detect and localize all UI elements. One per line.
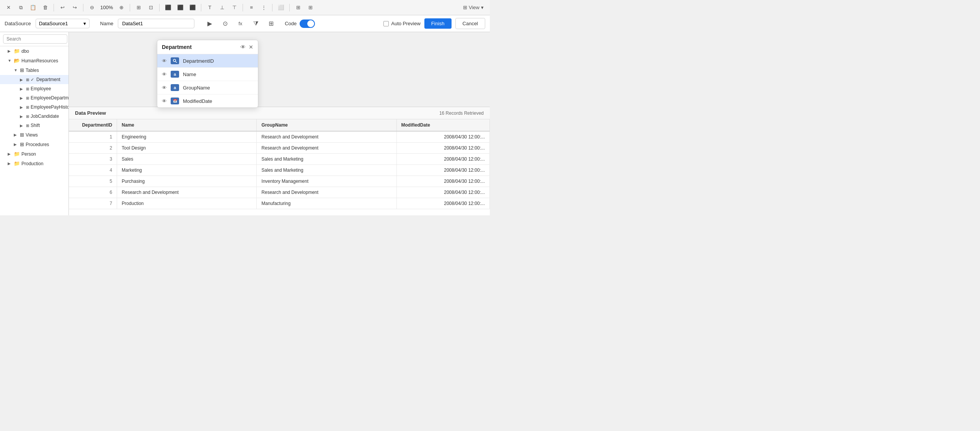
table-row: 5 Purchasing Inventory Management 2008/0… [69, 176, 490, 187]
baseline-button[interactable]: ⊤ [229, 2, 240, 13]
code-label: Code [285, 21, 297, 26]
sidebar-item-employeedepthistory[interactable]: ▶ ⊞ EmployeeDepartmentHistory [0, 93, 68, 102]
dept-field-row[interactable]: 👁 DepartmentID [157, 54, 258, 68]
table-icon: ⊞ [26, 124, 29, 128]
arrow-icon: ▶ [20, 78, 24, 82]
close-icon[interactable]: ✕ [249, 44, 253, 50]
redo-button[interactable]: ↪ [69, 2, 80, 13]
sidebar-item-department[interactable]: ▶ ⊞ ✓ Department [0, 75, 68, 84]
eye-icon: 👁 [162, 98, 167, 104]
main-content: 🔍 ⓘ ▶ 📁 dbo ▼ 📂 HumanResources ▼ ⊞ Table… [0, 32, 490, 215]
toggle-button[interactable]: ⊙ [219, 18, 231, 30]
sidebar-item-procedures[interactable]: ▶ ⊞ Procedures [0, 140, 68, 149]
paste-button[interactable]: 📋 [28, 2, 38, 13]
sidebar-item-humanresources[interactable]: ▼ 📂 HumanResources [0, 56, 68, 65]
view-button[interactable]: ⊞ View ▾ [460, 3, 487, 12]
filter-button[interactable]: ⧩ [249, 18, 262, 30]
table-row: 2 Tool Design Research and Development 2… [69, 143, 490, 154]
cell-id: 4 [69, 165, 117, 176]
text-button[interactable]: T [204, 2, 215, 13]
arrow-icon: ▼ [14, 68, 18, 72]
dept-field-row[interactable]: 👁 a Name [157, 68, 258, 81]
align-left-button[interactable]: ⬛ [163, 2, 173, 13]
resize-button[interactable]: ⊞ [293, 2, 303, 13]
cell-date: 2008/04/30 12:00:... [396, 131, 489, 143]
data-area: Department 👁 ✕ 👁 DepartmentID 👁 a [69, 32, 490, 215]
frame-button[interactable]: ⬜ [276, 2, 286, 13]
sidebar-item-employeepayhistory[interactable]: ▶ ⊞ EmployeePayHistory [0, 102, 68, 112]
copy-button[interactable]: ⧉ [15, 2, 26, 13]
eye-icon: 👁 [162, 85, 167, 91]
layout-button1[interactable]: ⊞ [133, 2, 144, 13]
svg-point-0 [173, 59, 176, 62]
sidebar-item-person[interactable]: ▶ 📁 Person [0, 149, 68, 159]
toggle-knob [307, 20, 314, 27]
sep6 [243, 4, 243, 11]
cell-name: Sales [117, 154, 257, 165]
arrow-icon: ▼ [8, 59, 12, 63]
align-right-button[interactable]: ⬛ [187, 2, 198, 13]
sidebar-item-shift[interactable]: ▶ ⊞ Shift [0, 121, 68, 130]
key-type-icon [171, 57, 179, 64]
layout-button2[interactable]: ⊡ [145, 2, 156, 13]
svg-line-1 [176, 62, 177, 63]
valign-button[interactable]: ⊥ [217, 2, 227, 13]
sidebar-item-tables[interactable]: ▼ ⊞ Tables [0, 65, 68, 75]
cell-id: 7 [69, 198, 117, 209]
datasource-select[interactable]: DataSource1 ▾ [36, 19, 90, 28]
cell-group: Research and Development [257, 187, 396, 198]
cols-button[interactable]: ⋮ [258, 2, 269, 13]
cancel-button[interactable]: Cancel [455, 18, 485, 29]
cell-date: 2008/04/30 12:00:... [396, 165, 489, 176]
code-toggle[interactable] [300, 20, 315, 28]
play-button[interactable]: ▶ [204, 18, 216, 30]
dept-field-row[interactable]: 👁 📅 ModifiedDate [157, 94, 258, 107]
zoom-out-button[interactable]: ⊖ [86, 2, 97, 13]
delete-button[interactable]: 🗑 [40, 2, 51, 13]
sidebar-item-views[interactable]: ▶ ⊞ Views [0, 130, 68, 140]
table-group-icon: ⊞ [20, 141, 24, 147]
formula-button[interactable]: fx [234, 18, 246, 30]
close-button[interactable]: ✕ [3, 2, 14, 13]
grid-button[interactable]: ⊞ [265, 18, 277, 30]
a-type-icon: a [171, 71, 179, 78]
sidebar-item-production[interactable]: ▶ 📁 Production [0, 159, 68, 168]
cell-name: Purchasing [117, 176, 257, 187]
sidebar-item-label: dbo [21, 49, 29, 54]
zoom-in-button[interactable]: ⊕ [116, 2, 127, 13]
align-center-button[interactable]: ⬛ [175, 2, 186, 13]
undo-button[interactable]: ↩ [57, 2, 68, 13]
cell-id: 6 [69, 187, 117, 198]
col-header-id: DepartmentID [69, 119, 117, 131]
zoom-level: 100% [99, 5, 114, 10]
sidebar-item-employee[interactable]: ▶ ⊞ Employee [0, 84, 68, 93]
finish-button[interactable]: Finish [424, 18, 452, 29]
cell-id: 5 [69, 176, 117, 187]
name-input[interactable] [118, 19, 194, 28]
auto-preview-checkbox[interactable]: Auto Preview [383, 21, 421, 26]
scale-button[interactable]: ⊞ [305, 2, 316, 13]
sidebar-item-label: Production [21, 161, 43, 166]
sidebar-item-dbo[interactable]: ▶ 📁 dbo [0, 46, 68, 56]
arrow-icon: ▶ [14, 142, 18, 146]
preview-title: Data Preview [75, 110, 106, 116]
sep7 [272, 4, 272, 11]
sidebar-item-jobcandidate[interactable]: ▶ ⊞ JobCandidate [0, 112, 68, 121]
eye-icon[interactable]: 👁 [240, 44, 246, 50]
table-row: 6 Research and Development Research and … [69, 187, 490, 198]
sidebar-item-label: Shift [31, 123, 40, 128]
field-name: GroupName [183, 85, 210, 91]
a-type-icon: a [171, 84, 179, 91]
cell-id: 1 [69, 131, 117, 143]
cell-date: 2008/04/30 12:00:... [396, 154, 489, 165]
search-input[interactable] [3, 34, 67, 44]
field-name: Name [183, 72, 196, 77]
header-right: Auto Preview Finish Cancel [383, 18, 485, 29]
arrow-icon: ▶ [20, 105, 24, 109]
sidebar-item-label: Person [21, 151, 36, 157]
checkbox-icon [383, 21, 389, 26]
dept-field-row[interactable]: 👁 a GroupName [157, 81, 258, 94]
list-button[interactable]: ≡ [246, 2, 257, 13]
cell-group: Sales and Marketing [257, 154, 396, 165]
cell-name: Engineering [117, 131, 257, 143]
